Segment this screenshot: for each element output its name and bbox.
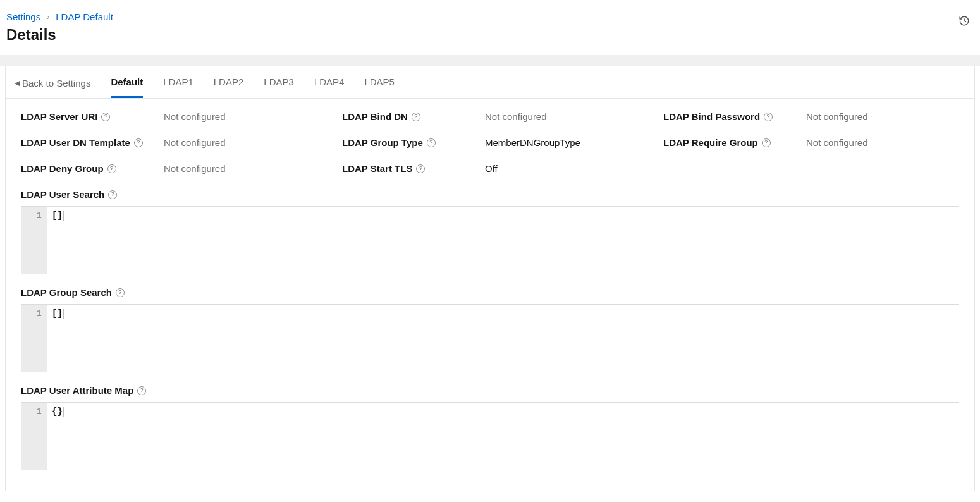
help-icon[interactable]: ? bbox=[764, 113, 773, 121]
code-gutter: 1 bbox=[21, 403, 47, 470]
field-require-group: LDAP Require Group ? Not configured bbox=[663, 137, 959, 148]
history-icon[interactable] bbox=[955, 11, 974, 32]
details-panel: LDAP Server URI ? Not configured LDAP Bi… bbox=[6, 99, 974, 491]
field-label: LDAP Deny Group ? bbox=[21, 163, 160, 174]
code-block-user-attr-map[interactable]: 1 {} bbox=[21, 402, 959, 470]
details-row: LDAP Deny Group ? Not configured LDAP St… bbox=[21, 163, 959, 174]
page-header: Settings › LDAP Default Details bbox=[0, 0, 980, 55]
help-icon[interactable]: ? bbox=[134, 138, 143, 147]
details-row: LDAP Server URI ? Not configured LDAP Bi… bbox=[21, 111, 959, 122]
code-gutter: 1 bbox=[21, 305, 47, 372]
details-row: LDAP User DN Template ? Not configured L… bbox=[21, 137, 959, 148]
field-value: Not configured bbox=[164, 111, 317, 122]
tab-default[interactable]: Default bbox=[111, 66, 143, 98]
field-label: LDAP Bind Password ? bbox=[663, 111, 802, 122]
help-icon[interactable]: ? bbox=[416, 164, 425, 173]
field-value: Off bbox=[485, 163, 638, 174]
code-block-user-search[interactable]: 1 [] bbox=[21, 206, 959, 274]
field-value: Not configured bbox=[485, 111, 638, 122]
help-icon[interactable]: ? bbox=[108, 190, 117, 199]
breadcrumb-settings-link[interactable]: Settings bbox=[6, 11, 40, 22]
tab-ldap5[interactable]: LDAP5 bbox=[364, 66, 395, 98]
field-label: LDAP Bind DN ? bbox=[342, 111, 481, 122]
help-icon[interactable]: ? bbox=[101, 113, 110, 121]
code-gutter: 1 bbox=[21, 207, 47, 274]
field-start-tls: LDAP Start TLS ? Off bbox=[342, 163, 638, 174]
field-value: Not configured bbox=[806, 137, 959, 148]
page-title: Details bbox=[6, 26, 113, 44]
chevron-right-icon: › bbox=[47, 13, 49, 21]
tab-ldap4[interactable]: LDAP4 bbox=[314, 66, 345, 98]
field-label: LDAP Require Group ? bbox=[663, 137, 802, 148]
tab-ldap2[interactable]: LDAP2 bbox=[214, 66, 244, 98]
field-label: LDAP User DN Template ? bbox=[21, 137, 160, 148]
field-user-dn-template: LDAP User DN Template ? Not configured bbox=[21, 137, 317, 148]
help-icon[interactable]: ? bbox=[137, 386, 146, 395]
settings-card: ◀ Back to Settings Default LDAP1 LDAP2 L… bbox=[5, 66, 975, 491]
field-value: Not configured bbox=[164, 137, 317, 148]
code-content: [] bbox=[47, 207, 959, 274]
caret-left-icon: ◀ bbox=[15, 79, 20, 87]
field-group-type: LDAP Group Type ? MemberDNGroupType bbox=[342, 137, 638, 148]
field-server-uri: LDAP Server URI ? Not configured bbox=[21, 111, 317, 122]
code-content: [] bbox=[47, 305, 959, 372]
field-value: Not configured bbox=[806, 111, 959, 122]
section-label-group-search: LDAP Group Search ? bbox=[21, 287, 959, 298]
gap bbox=[0, 55, 980, 66]
breadcrumb: Settings › LDAP Default bbox=[6, 11, 113, 22]
field-label: LDAP Group Type ? bbox=[342, 137, 481, 148]
section-label-user-search: LDAP User Search ? bbox=[21, 189, 959, 200]
code-content: {} bbox=[47, 403, 959, 470]
field-value: Not configured bbox=[164, 163, 317, 174]
help-icon[interactable]: ? bbox=[107, 164, 116, 173]
field-value: MemberDNGroupType bbox=[485, 137, 638, 148]
header-left: Settings › LDAP Default Details bbox=[6, 11, 113, 44]
field-bind-password: LDAP Bind Password ? Not configured bbox=[663, 111, 959, 122]
section-label-user-attr-map: LDAP User Attribute Map ? bbox=[21, 385, 959, 396]
tab-ldap3[interactable]: LDAP3 bbox=[264, 66, 294, 98]
field-deny-group: LDAP Deny Group ? Not configured bbox=[21, 163, 317, 174]
help-icon[interactable]: ? bbox=[412, 113, 420, 121]
field-label: LDAP Server URI ? bbox=[21, 111, 160, 122]
help-icon[interactable]: ? bbox=[116, 288, 125, 297]
breadcrumb-ldap-default-link[interactable]: LDAP Default bbox=[56, 11, 113, 22]
code-block-group-search[interactable]: 1 [] bbox=[21, 304, 959, 372]
field-bind-dn: LDAP Bind DN ? Not configured bbox=[342, 111, 638, 122]
tabs-bar: ◀ Back to Settings Default LDAP1 LDAP2 L… bbox=[6, 66, 974, 99]
help-icon[interactable]: ? bbox=[427, 138, 436, 147]
field-label: LDAP Start TLS ? bbox=[342, 163, 481, 174]
help-icon[interactable]: ? bbox=[762, 138, 771, 147]
back-link-label: Back to Settings bbox=[22, 78, 90, 89]
back-to-settings-link[interactable]: ◀ Back to Settings bbox=[15, 68, 90, 97]
tab-ldap1[interactable]: LDAP1 bbox=[163, 66, 193, 98]
